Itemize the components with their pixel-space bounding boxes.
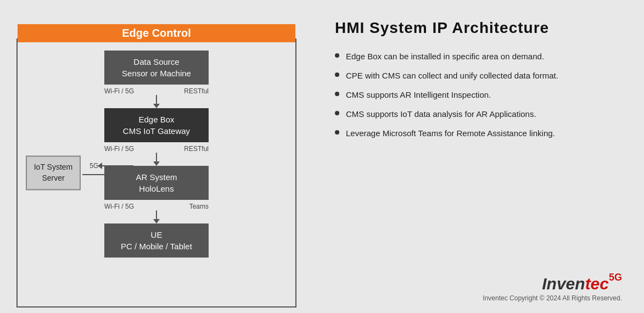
bullet-text: CMS supports IoT data analysis for AR Ap… bbox=[346, 108, 536, 120]
bullet-item: CMS supports AR Intelligent Inspection. bbox=[335, 89, 622, 100]
wifi-5g-label-1: Wi-Fi / 5G bbox=[104, 87, 134, 95]
bullet-item: CPE with CMS can collect and unify colle… bbox=[335, 70, 622, 81]
wifi-5g-label-2: Wi-Fi / 5G bbox=[104, 145, 134, 153]
ue-node: UEPC / Mobile / Tablet bbox=[104, 223, 209, 258]
bullet-text: Edge Box can be installed in specific ar… bbox=[346, 51, 544, 62]
bullet-item: Edge Box can be installed in specific ar… bbox=[335, 51, 622, 62]
bullet-text: CPE with CMS can collect and unify colle… bbox=[346, 70, 558, 81]
brand-inven: Inven bbox=[542, 275, 585, 293]
wifi-5g-label-3: Wi-Fi / 5G bbox=[104, 203, 134, 210]
bullet-dot bbox=[335, 72, 339, 77]
bullet-item: Leverage Microsoft Teams for Remote Assi… bbox=[335, 127, 622, 139]
arrow-2 bbox=[156, 153, 157, 163]
bullet-list: Edge Box can be installed in specific ar… bbox=[335, 51, 622, 275]
teams-label: Teams bbox=[189, 203, 209, 210]
bullet-dot bbox=[335, 111, 339, 115]
restful-label-1: RESTful bbox=[184, 87, 209, 95]
brand-5g: 5G bbox=[609, 272, 622, 283]
ar-system-node: AR SystemHoloLens bbox=[104, 166, 209, 200]
bullet-dot bbox=[335, 130, 339, 135]
left-panel: Edge Control IoT SystemServer 5G RESTful bbox=[0, 0, 318, 313]
data-source-node: Data SourceSensor or Machine bbox=[104, 51, 209, 85]
copyright-text: Inventec Copyright © 2024 All Rights Res… bbox=[483, 294, 622, 302]
restful-label-2: RESTful bbox=[184, 145, 209, 153]
right-panel: HMI System IP Architecture Edge Box can … bbox=[318, 0, 644, 313]
edge-control-box: Edge Control IoT SystemServer 5G RESTful bbox=[16, 38, 296, 308]
bullet-text: CMS supports AR Intelligent Inspection. bbox=[346, 89, 491, 100]
arrow-1 bbox=[156, 95, 157, 105]
bullet-item: CMS supports IoT data analysis for AR Ap… bbox=[335, 108, 622, 120]
diagram-inner: Data SourceSensor or Machine Wi-Fi / 5G … bbox=[18, 40, 295, 306]
edge-box-node: Edge BoxCMS IoT Gateway bbox=[104, 108, 209, 142]
bullet-dot bbox=[335, 92, 339, 96]
arrow-3 bbox=[156, 210, 157, 220]
hmi-title: HMI System IP Architecture bbox=[335, 19, 622, 37]
bullet-text: Leverage Microsoft Teams for Remote Assi… bbox=[346, 127, 555, 139]
footer-brand: Inventec5G Inventec Copyright © 2024 All… bbox=[335, 275, 622, 302]
brand-tec: tec bbox=[585, 275, 609, 293]
bullet-dot bbox=[335, 53, 339, 58]
brand-name: Inventec5G bbox=[542, 275, 622, 293]
